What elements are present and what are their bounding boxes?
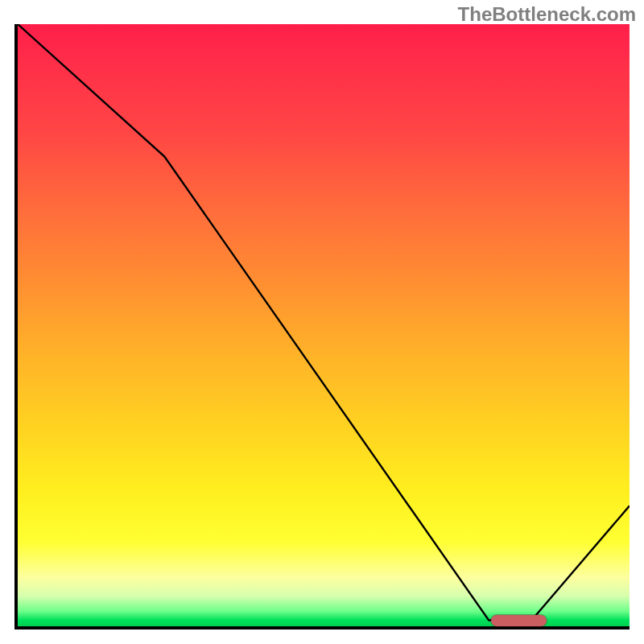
heat-gradient-background [18, 24, 630, 626]
plot-area [14, 24, 630, 630]
watermark-text: TheBottleneck.com [458, 3, 636, 26]
chart-container: TheBottleneck.com [0, 0, 644, 644]
optimal-range-marker [491, 615, 547, 626]
